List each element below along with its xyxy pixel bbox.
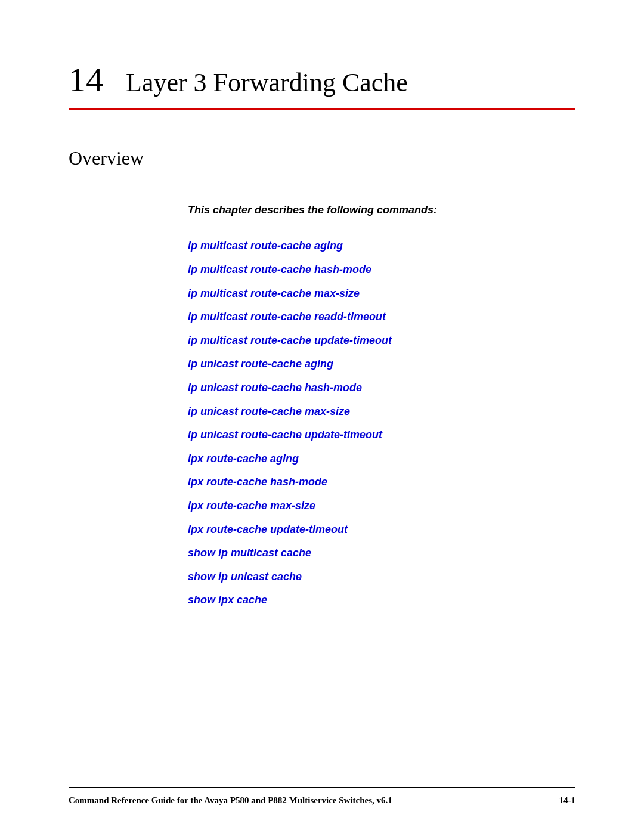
chapter-number: 14	[69, 63, 103, 97]
intro-text: This chapter describes the following com…	[188, 204, 575, 216]
footer-doc-title: Command Reference Guide for the Avaya P5…	[69, 795, 392, 806]
command-link[interactable]: ip multicast route-cache update-timeout	[188, 329, 575, 353]
command-link[interactable]: ip unicast route-cache max-size	[188, 400, 575, 424]
command-link[interactable]: ip multicast route-cache hash-mode	[188, 258, 575, 282]
command-list: ip multicast route-cache aging ip multic…	[188, 234, 575, 612]
command-link[interactable]: ip unicast route-cache update-timeout	[188, 423, 575, 447]
command-link[interactable]: show ip unicast cache	[188, 565, 575, 589]
footer-page-number: 14-1	[559, 795, 576, 806]
command-link[interactable]: show ipx cache	[188, 589, 575, 612]
footer-divider	[69, 787, 575, 788]
command-link[interactable]: ip multicast route-cache max-size	[188, 282, 575, 306]
command-link[interactable]: ip multicast route-cache readd-timeout	[188, 305, 575, 329]
command-link[interactable]: ipx route-cache max-size	[188, 494, 575, 518]
command-link[interactable]: ip unicast route-cache aging	[188, 352, 575, 376]
chapter-divider	[69, 108, 575, 110]
command-link[interactable]: ip multicast route-cache aging	[188, 234, 575, 258]
command-link[interactable]: show ip multicast cache	[188, 541, 575, 565]
page-container: 14 Layer 3 Forwarding Cache Overview Thi…	[0, 0, 644, 612]
chapter-title: Layer 3 Forwarding Cache	[126, 69, 408, 97]
command-link[interactable]: ip unicast route-cache hash-mode	[188, 376, 575, 400]
section-title: Overview	[69, 147, 575, 169]
command-link[interactable]: ipx route-cache aging	[188, 447, 575, 471]
command-link[interactable]: ipx route-cache update-timeout	[188, 518, 575, 542]
page-footer: Command Reference Guide for the Avaya P5…	[69, 795, 575, 806]
command-link[interactable]: ipx route-cache hash-mode	[188, 470, 575, 494]
chapter-header: 14 Layer 3 Forwarding Cache	[69, 63, 575, 97]
